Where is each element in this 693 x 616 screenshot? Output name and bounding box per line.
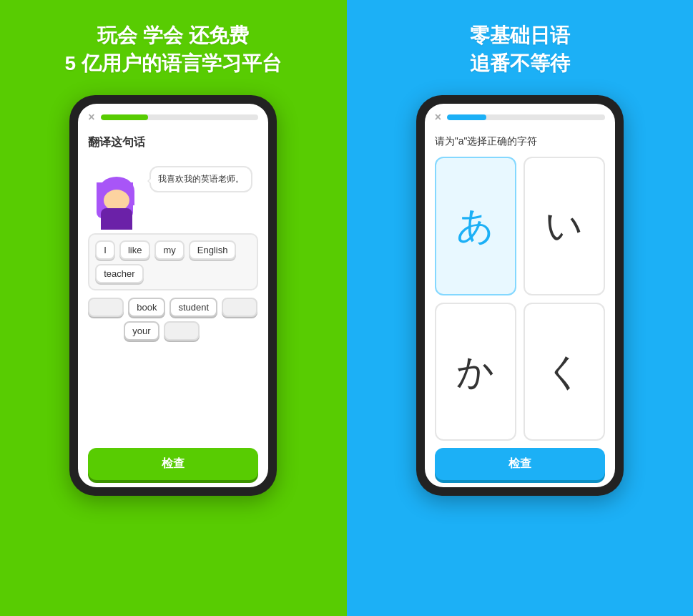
right-close-icon[interactable]: × [435, 111, 441, 124]
character-area: 我喜欢我的英语老师。 [88, 159, 258, 223]
word-bank-student[interactable]: student [169, 298, 217, 317]
left-progress-bar-container [101, 114, 259, 120]
translate-label: 翻译这句话 [88, 135, 258, 150]
right-phone-content: 请为"a"选择正确的字符 あ い か く 检查 [425, 128, 615, 487]
select-label: 请为"a"选择正确的字符 [435, 135, 605, 148]
left-phone-content: 翻译这句话 我喜欢我的英语老师。 [78, 128, 268, 487]
right-phone: × 请为"a"选择正确的字符 あ い か く 检查 [416, 95, 624, 496]
token-teacher[interactable]: teacher [95, 264, 143, 283]
right-progress-bar-container [447, 114, 605, 120]
token-english[interactable]: English [189, 240, 237, 260]
word-bank-empty-1[interactable] [88, 298, 124, 317]
left-check-button[interactable]: 检查 [88, 448, 258, 480]
word-bank-your[interactable]: your [124, 321, 159, 341]
character-image [88, 159, 145, 223]
kana-card-ku[interactable]: く [524, 303, 605, 441]
word-bank-empty-2[interactable] [222, 298, 257, 317]
word-bank: book student your [88, 298, 258, 341]
kana-grid: あ い か く [435, 157, 605, 441]
token-i[interactable]: I [95, 240, 115, 260]
right-panel: 零基础日语 追番不等待 × 请为"a"选择正确的字符 あ い か く [347, 0, 694, 616]
kana-card-a[interactable]: あ [435, 157, 516, 295]
left-panel: 玩会 学会 还免费 5 亿用户的语言学习平台 × 翻译这句话 [0, 0, 347, 616]
char-body-trunk [101, 208, 132, 230]
left-phone: × 翻译这句话 [69, 95, 277, 496]
left-panel-title: 玩会 学会 还免费 5 亿用户的语言学习平台 [65, 21, 282, 77]
right-phone-top-bar: × [425, 104, 615, 128]
left-progress-bar-fill [101, 114, 148, 120]
word-bank-empty-3[interactable] [164, 321, 200, 341]
speech-bubble: 我喜欢我的英语老师。 [149, 166, 252, 192]
left-close-icon[interactable]: × [88, 111, 94, 124]
token-like[interactable]: like [119, 240, 151, 260]
token-my[interactable]: my [154, 240, 184, 260]
left-phone-top-bar: × [78, 104, 268, 128]
left-phone-screen: × 翻译这句话 [78, 104, 268, 487]
kana-card-i[interactable]: い [524, 157, 605, 295]
kana-card-ka[interactable]: か [435, 303, 516, 441]
right-panel-title: 零基础日语 追番不等待 [470, 21, 570, 77]
right-phone-screen: × 请为"a"选择正确的字符 あ い か く 检查 [425, 104, 615, 487]
answer-area[interactable]: I like my English teacher [88, 233, 258, 290]
char-body [95, 177, 134, 223]
right-check-button[interactable]: 检查 [435, 448, 605, 480]
word-bank-book[interactable]: book [128, 298, 165, 317]
right-progress-bar-fill [447, 114, 486, 120]
